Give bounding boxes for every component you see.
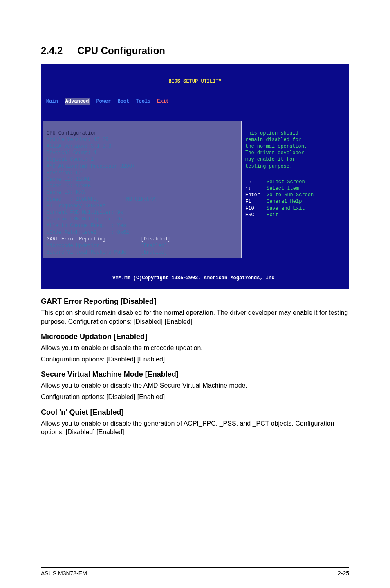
microcode-heading: Microcode Updation [Enabled]: [41, 332, 349, 341]
section-heading: 2.4.2CPU Configuration: [41, 45, 349, 56]
help-line-2: remain disabled for: [245, 137, 301, 143]
secure-vm-value: [Enabled]: [141, 249, 167, 255]
section-number: 2.4.2: [41, 45, 63, 56]
bios-help-pane: This option should remain disabled for t…: [242, 121, 347, 259]
microcode-updation-row[interactable]: Microcode Updation [Enabled]: [47, 243, 167, 249]
cpu-config-header: CPU Configuration: [47, 130, 96, 136]
help-line-3: the normal operation.: [245, 144, 307, 149]
key-enter-text: Go to Sub Screen: [267, 192, 314, 198]
footer-left: ASUS M3N78-EM: [41, 570, 87, 577]
secure-vm-body-2: Configuration options: [Disabled] [Enabl…: [41, 393, 349, 402]
tab-main[interactable]: Main: [46, 98, 58, 105]
bios-left-pane: CPU Configuration Module Version: 13.29 …: [43, 121, 242, 259]
cache-l1: Cache L1: 128KB: [47, 177, 91, 182]
bios-copyright: vMM.mm (C)Copyright 1985-2002, American …: [41, 274, 349, 282]
section-title-text: CPU Configuration: [77, 45, 165, 56]
maximum-fsb-mult: Maximum FSB Multiplier: 9x: [47, 216, 123, 222]
key-esc: ESC: [245, 212, 267, 218]
ht-frequency: HT Frequency :800MHz: [47, 203, 105, 209]
current-fsb-mult: Current FSB Multiplier: 9x: [47, 210, 123, 215]
tab-advanced[interactable]: Advanced: [65, 98, 90, 105]
speed-nbclk: Speed : 1800MHz, NB Clk:N/A: [47, 197, 155, 202]
help-line-4: The driver developer: [245, 150, 304, 156]
cache-l3: Cache L3: N/A: [47, 190, 85, 195]
bios-utility-box: BIOS SETUP UTILITY Main Advanced Power B…: [41, 64, 349, 289]
agesa-version: AGESA Version: 3.1.8.0: [47, 144, 111, 149]
footer-right: 2-25: [338, 570, 349, 577]
tab-boot[interactable]: Boot: [117, 98, 129, 105]
help-line-5: may enable it for: [245, 157, 295, 162]
gart-error-row[interactable]: GART Error Reporting [Disabled]: [47, 236, 170, 242]
key-esc-text: Exit: [267, 212, 278, 218]
key-f1: F1: [245, 198, 267, 205]
secure-vm-label: Secure Virtual Machine Mode: [47, 249, 126, 255]
help-line-1: This option should: [245, 130, 298, 136]
processor-name: AMD Athlon(tm) Processor 3200+: [47, 164, 135, 169]
key-lr-text: Select Screen: [267, 179, 305, 185]
physical-count: Physical Count: 1: [47, 150, 96, 156]
coolnquiet-heading: Cool 'n' Quiet [Enabled]: [41, 408, 349, 417]
page-footer: ASUS M3N78-EM 2-25: [41, 567, 349, 577]
secure-vm-heading: Secure Virtual Machine Mode [Enabled]: [41, 370, 349, 379]
key-f10-text: Save and Exit: [267, 206, 305, 211]
secure-vm-row[interactable]: Secure Virtual Machine Mode [Enabled]: [47, 249, 167, 255]
gart-error-value: [Disabled]: [141, 236, 170, 242]
logical-count: Logical Count: 1: [47, 157, 94, 162]
gart-error-label: GART Error Reporting: [47, 236, 105, 242]
bios-tab-bar: Main Advanced Power Boot Tools Exit: [41, 98, 349, 105]
cache-l2: Cache L2: 128KB: [47, 183, 91, 189]
help-line-6: testing purpose.: [245, 164, 292, 169]
tab-exit[interactable]: Exit: [157, 98, 169, 105]
gart-body: This option should remain disabled for t…: [41, 308, 349, 326]
coolnquiet-body: Allows you to enable or disable the gene…: [41, 419, 349, 437]
module-version: Module Version: 13.29: [47, 137, 108, 143]
microcode-body-2: Configuration options: [Disabled] [Enabl…: [41, 355, 349, 364]
secure-vm-body-1: Allows you to enable or disable the AMD …: [41, 381, 349, 390]
microcode-updation-value: [Enabled]: [141, 243, 167, 249]
microcode-body-1: Allows you to enable or disable the micr…: [41, 343, 349, 352]
gart-heading: GART Error Reporting [Disabled]: [41, 297, 349, 306]
microcode-updation-label: Microcode Updation: [47, 243, 100, 249]
key-enter: Enter: [245, 192, 267, 198]
key-legend: ←→Select Screen ↑↓Select Item EnterGo to…: [245, 179, 343, 218]
tab-tools[interactable]: Tools: [136, 98, 150, 105]
key-f1-text: General Help: [267, 199, 302, 204]
key-f10: F10: [245, 205, 267, 212]
ucode-patch-level: uCode Patch Level : 0x62: [47, 230, 129, 236]
revision: Revision: F2: [47, 170, 82, 176]
key-ud-text: Select Item: [267, 186, 299, 191]
tab-power[interactable]: Power: [96, 98, 111, 105]
key-lr: ←→: [245, 179, 267, 185]
able-to-change-freq: Able to Change Freq. : Yes: [47, 223, 126, 229]
key-ud: ↑↓: [245, 185, 267, 192]
bios-title: BIOS SETUP UTILITY: [41, 77, 349, 85]
